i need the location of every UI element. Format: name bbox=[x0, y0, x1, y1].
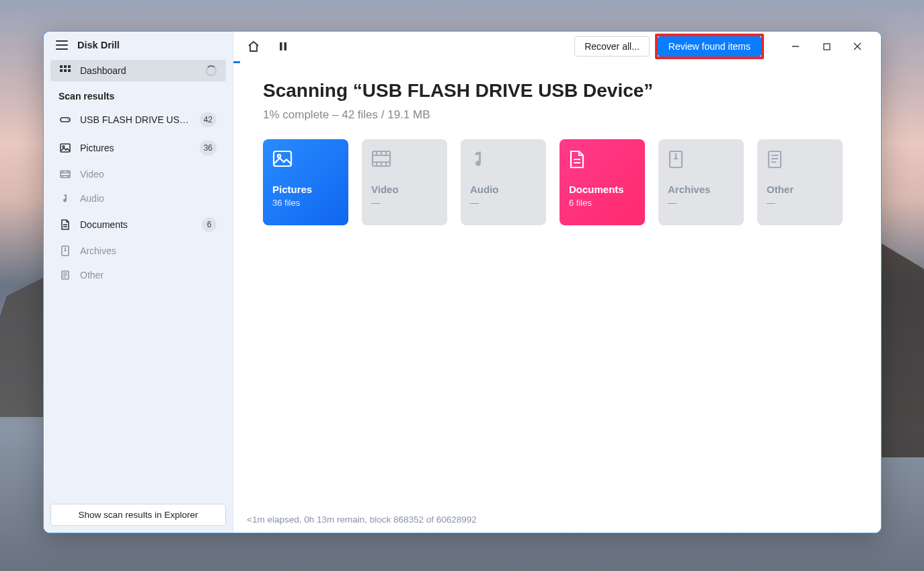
picture-icon bbox=[272, 150, 339, 172]
pause-button[interactable] bbox=[271, 34, 295, 59]
svg-rect-14 bbox=[284, 42, 287, 50]
file-icon bbox=[60, 270, 71, 280]
card-audio[interactable]: Audio — bbox=[461, 139, 546, 225]
svg-rect-0 bbox=[60, 65, 63, 68]
svg-point-7 bbox=[67, 119, 69, 120]
review-found-items-button[interactable]: Review found items bbox=[658, 36, 761, 56]
show-in-explorer-button[interactable]: Show scan results in Explorer bbox=[50, 504, 226, 526]
home-button[interactable] bbox=[241, 34, 266, 59]
card-title: Audio bbox=[470, 184, 537, 195]
svg-rect-6 bbox=[61, 118, 70, 122]
card-subtitle: — bbox=[371, 198, 438, 208]
card-pictures[interactable]: Pictures 36 files bbox=[263, 139, 348, 225]
sidebar-item-documents[interactable]: Documents 6 bbox=[50, 212, 226, 237]
svg-rect-5 bbox=[68, 69, 71, 72]
loading-spinner-icon bbox=[206, 65, 217, 76]
svg-rect-8 bbox=[61, 144, 70, 152]
page-subtitle: 1% complete – 42 files / 19.1 MB bbox=[263, 108, 851, 122]
status-bar: <1m elapsed, 0h 13m remain, block 868352… bbox=[233, 506, 881, 533]
sidebar-section-title: Scan results bbox=[44, 83, 233, 106]
card-title: Other bbox=[767, 184, 833, 195]
sidebar-item-pictures[interactable]: Pictures 36 bbox=[50, 135, 226, 161]
page-title: Scanning “USB FLASH DRIVE USB Device” bbox=[263, 80, 851, 102]
sidebar-item-label: Pictures bbox=[80, 143, 190, 153]
main-panel: Recover all... Review found items Scanni… bbox=[233, 32, 881, 533]
svg-rect-3 bbox=[60, 69, 63, 72]
file-icon bbox=[767, 150, 833, 172]
card-video[interactable]: Video — bbox=[362, 139, 447, 225]
document-icon bbox=[569, 150, 636, 172]
svg-point-17 bbox=[278, 155, 280, 157]
sidebar-item-label: Audio bbox=[80, 193, 217, 204]
audio-icon bbox=[470, 150, 537, 172]
sidebar-item-label: Other bbox=[80, 270, 217, 280]
sidebar-item-label: USB FLASH DRIVE USB D... bbox=[80, 114, 190, 125]
video-icon bbox=[60, 169, 71, 180]
card-documents[interactable]: Documents 6 files bbox=[560, 139, 645, 225]
card-subtitle: 6 files bbox=[569, 198, 636, 208]
card-subtitle: — bbox=[470, 198, 537, 208]
app-title: Disk Drill bbox=[77, 40, 120, 50]
card-other[interactable]: Other — bbox=[757, 139, 843, 225]
sidebar-item-archives[interactable]: Archives bbox=[50, 240, 226, 262]
sidebar-item-drive[interactable]: USB FLASH DRIVE USB D... 42 bbox=[50, 107, 226, 132]
sidebar-item-label: Video bbox=[80, 169, 217, 180]
audio-icon bbox=[60, 193, 71, 204]
highlight-annotation: Review found items bbox=[655, 34, 764, 59]
sidebar-item-label: Documents bbox=[80, 219, 192, 230]
count-badge: 42 bbox=[200, 112, 217, 127]
menu-icon[interactable] bbox=[56, 40, 68, 50]
svg-point-9 bbox=[63, 146, 65, 148]
recover-all-button[interactable]: Recover all... bbox=[574, 36, 650, 56]
card-subtitle: — bbox=[767, 198, 833, 208]
sidebar-item-dashboard[interactable]: Dashboard bbox=[50, 60, 226, 81]
app-window: Disk Drill Dashboard Scan results USB FL… bbox=[43, 31, 882, 533]
sidebar-item-audio[interactable]: Audio bbox=[50, 188, 226, 209]
archive-icon bbox=[668, 150, 734, 172]
sidebar-item-label: Archives bbox=[80, 245, 217, 256]
sidebar-item-video[interactable]: Video bbox=[50, 163, 226, 185]
svg-rect-4 bbox=[64, 69, 67, 72]
topbar: Recover all... Review found items bbox=[233, 32, 881, 61]
svg-rect-2 bbox=[68, 65, 71, 68]
card-archives[interactable]: Archives — bbox=[658, 139, 744, 225]
document-icon bbox=[60, 219, 71, 230]
sidebar-footer: Show scan results in Explorer bbox=[44, 497, 233, 533]
card-title: Video bbox=[371, 184, 438, 195]
card-subtitle: — bbox=[668, 198, 734, 208]
sidebar: Disk Drill Dashboard Scan results USB FL… bbox=[44, 32, 233, 533]
progress-indicator bbox=[233, 61, 240, 63]
window-controls bbox=[780, 34, 873, 59]
video-icon bbox=[371, 150, 438, 172]
minimize-button[interactable] bbox=[780, 34, 811, 59]
card-subtitle: 36 files bbox=[272, 198, 339, 208]
count-badge: 6 bbox=[202, 217, 217, 232]
svg-rect-10 bbox=[61, 171, 70, 178]
card-title: Pictures bbox=[272, 184, 339, 195]
archive-icon bbox=[60, 245, 71, 256]
sidebar-item-label: Dashboard bbox=[80, 65, 196, 76]
category-cards: Pictures 36 files Video — Audio — bbox=[263, 139, 851, 225]
card-title: Archives bbox=[668, 184, 734, 195]
count-badge: 36 bbox=[200, 141, 217, 155]
sidebar-header: Disk Drill bbox=[44, 32, 233, 59]
maximize-button[interactable] bbox=[811, 34, 842, 59]
svg-rect-13 bbox=[280, 42, 282, 50]
close-button[interactable] bbox=[842, 34, 873, 59]
drive-icon bbox=[60, 114, 71, 125]
grid-icon bbox=[60, 65, 71, 76]
card-title: Documents bbox=[569, 184, 636, 195]
picture-icon bbox=[60, 143, 71, 153]
svg-rect-1 bbox=[64, 65, 67, 68]
svg-rect-16 bbox=[274, 151, 291, 166]
sidebar-item-other[interactable]: Other bbox=[50, 264, 226, 286]
svg-rect-15 bbox=[824, 44, 830, 50]
content-area: Scanning “USB FLASH DRIVE USB Device” 1%… bbox=[233, 61, 881, 244]
